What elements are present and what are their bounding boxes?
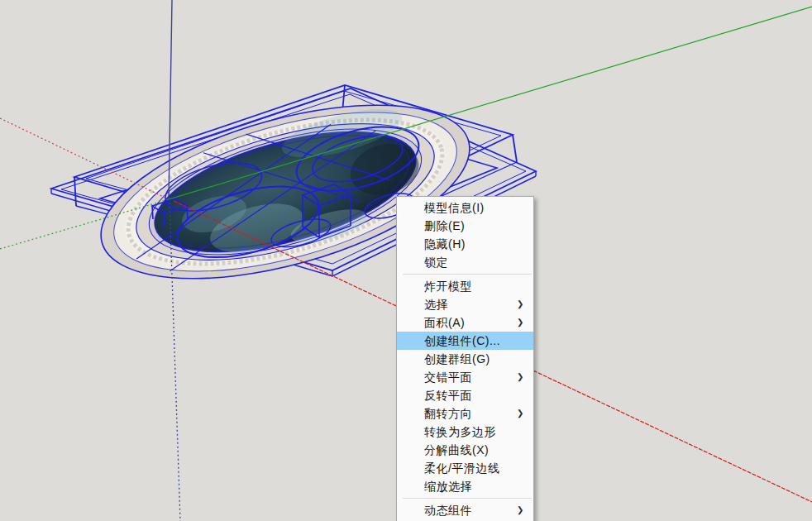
menu-item-label: 柔化/平滑边线 bbox=[424, 461, 499, 475]
menu-item-label: 动态组件 bbox=[424, 504, 472, 517]
menu-item-label: 缩放选择 bbox=[424, 480, 472, 493]
menu-item-label: 选择 bbox=[424, 298, 448, 311]
menu-item-delete[interactable]: 删除(E) bbox=[397, 217, 533, 235]
submenu-arrow-icon: ❯ bbox=[517, 313, 524, 332]
menu-separator bbox=[403, 274, 532, 275]
menu-item-label: 创建组件(C)... bbox=[424, 334, 500, 347]
submenu-arrow-icon: ❯ bbox=[517, 295, 524, 313]
menu-item-lock[interactable]: 锁定 bbox=[397, 253, 533, 271]
submenu-arrow-icon: ❯ bbox=[517, 368, 524, 386]
menu-item-label: 隐藏(H) bbox=[424, 237, 466, 251]
menu-item-label: 锁定 bbox=[424, 256, 448, 269]
menu-item-reverse-faces[interactable]: 反转平面 bbox=[397, 386, 533, 404]
menu-item-model-info[interactable]: 模型信息(I) bbox=[397, 198, 533, 217]
menu-item-label: 反转平面 bbox=[424, 389, 472, 402]
menu-item-label: 交错平面 bbox=[424, 370, 472, 384]
menu-item-flip-along[interactable]: 翻转方向 ❯ bbox=[397, 404, 533, 423]
menu-item-label: 翻转方向 bbox=[424, 407, 472, 420]
menu-item-intersect-faces[interactable]: 交错平面 ❯ bbox=[397, 368, 533, 386]
menu-item-label: 转换为多边形 bbox=[424, 425, 496, 438]
menu-item-area[interactable]: 面积(A) ❯ bbox=[397, 313, 533, 332]
context-menu: 模型信息(I) 删除(E) 隐藏(H) 锁定 炸开模型 选择 ❯ 面积(A) ❯… bbox=[396, 196, 534, 521]
menu-item-convert-to-polygon[interactable]: 转换为多边形 bbox=[397, 423, 533, 441]
menu-item-explode-curve[interactable]: 分解曲线(X) bbox=[397, 441, 533, 459]
menu-item-make-group[interactable]: 创建群组(G) bbox=[397, 350, 533, 368]
menu-item-label: 炸开模型 bbox=[424, 280, 472, 293]
menu-item-label: 删除(E) bbox=[424, 219, 465, 232]
menu-item-explode-model[interactable]: 炸开模型 bbox=[397, 277, 533, 295]
menu-item-label: 面积(A) bbox=[424, 316, 465, 329]
menu-item-select[interactable]: 选择 ❯ bbox=[397, 295, 533, 313]
submenu-arrow-icon: ❯ bbox=[517, 404, 524, 423]
menu-item-zoom-selection[interactable]: 缩放选择 bbox=[397, 477, 533, 495]
menu-item-label: 分解曲线(X) bbox=[424, 443, 489, 456]
menu-item-label: 创建群组(G) bbox=[424, 352, 490, 366]
menu-item-soften-smooth-edges[interactable]: 柔化/平滑边线 bbox=[397, 459, 533, 477]
submenu-arrow-icon: ❯ bbox=[517, 501, 524, 519]
menu-separator bbox=[403, 498, 532, 499]
menu-item-hide[interactable]: 隐藏(H) bbox=[397, 235, 533, 253]
menu-item-dynamic-components[interactable]: 动态组件 ❯ bbox=[397, 501, 533, 519]
menu-item-label: 模型信息(I) bbox=[424, 201, 485, 214]
menu-item-make-component[interactable]: 创建组件(C)... bbox=[397, 332, 533, 350]
